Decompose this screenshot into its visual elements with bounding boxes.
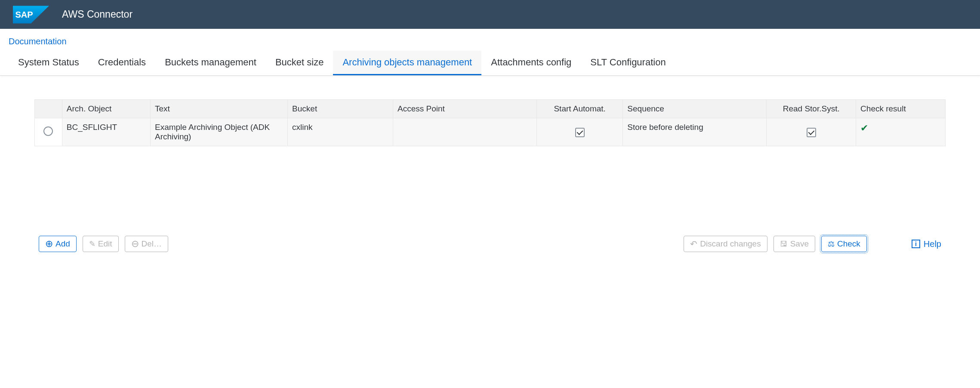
tab-attachments-config[interactable]: Attachments config (481, 51, 581, 75)
col-sequence: Sequence (623, 100, 767, 118)
col-check-result: Check result (856, 100, 946, 118)
shell-title: AWS Connector (62, 9, 133, 20)
col-access-point: Access Point (393, 100, 536, 118)
col-text: Text (150, 100, 287, 118)
documentation-link[interactable]: Documentation (9, 37, 67, 46)
tab-system-status[interactable]: System Status (9, 51, 89, 75)
shell-header: SAP AWS Connector (0, 0, 980, 29)
tab-bucket-size[interactable]: Bucket size (266, 51, 333, 75)
tab-strip: System Status Credentials Buckets manage… (0, 51, 980, 76)
checkbox-start-automat[interactable] (575, 128, 585, 137)
cell-text: Example Archiving Object (ADK Archiving) (150, 118, 287, 146)
sap-logo: SAP (13, 6, 49, 24)
check-ok-icon: ✔ (860, 123, 868, 133)
radio-icon[interactable] (43, 126, 53, 136)
tab-slt-configuration[interactable]: SLT Configuration (581, 51, 675, 75)
col-start-automat: Start Automat. (536, 100, 623, 118)
tab-credentials[interactable]: Credentials (89, 51, 155, 75)
cell-sequence: Store before deleting (623, 118, 767, 146)
cell-bucket: cxlink (288, 118, 393, 146)
table-header-row: Arch. Object Text Bucket Access Point St… (35, 100, 946, 118)
tab-archiving-objects-management[interactable]: Archiving objects management (333, 51, 481, 75)
col-bucket: Bucket (288, 100, 393, 118)
cell-read-stor-syst (767, 118, 856, 146)
cell-arch-object: BC_SFLIGHT (62, 118, 150, 146)
cell-check-result: ✔ (856, 118, 946, 146)
row-selector-cell[interactable] (35, 118, 62, 146)
table-container: Arch. Object Text Bucket Access Point St… (0, 76, 980, 146)
col-select (35, 100, 62, 118)
cell-access-point (393, 118, 536, 146)
archiving-objects-table: Arch. Object Text Bucket Access Point St… (34, 99, 946, 146)
checkbox-read-stor-syst[interactable] (807, 128, 816, 137)
col-arch-object: Arch. Object (62, 100, 150, 118)
table-row[interactable]: BC_SFLIGHT Example Archiving Object (ADK… (35, 118, 946, 146)
cell-start-automat (536, 118, 623, 146)
svg-text:SAP: SAP (15, 9, 33, 19)
col-read-stor-syst: Read Stor.Syst. (767, 100, 856, 118)
tab-buckets-management[interactable]: Buckets management (155, 51, 266, 75)
doc-bar: Documentation (0, 29, 980, 51)
